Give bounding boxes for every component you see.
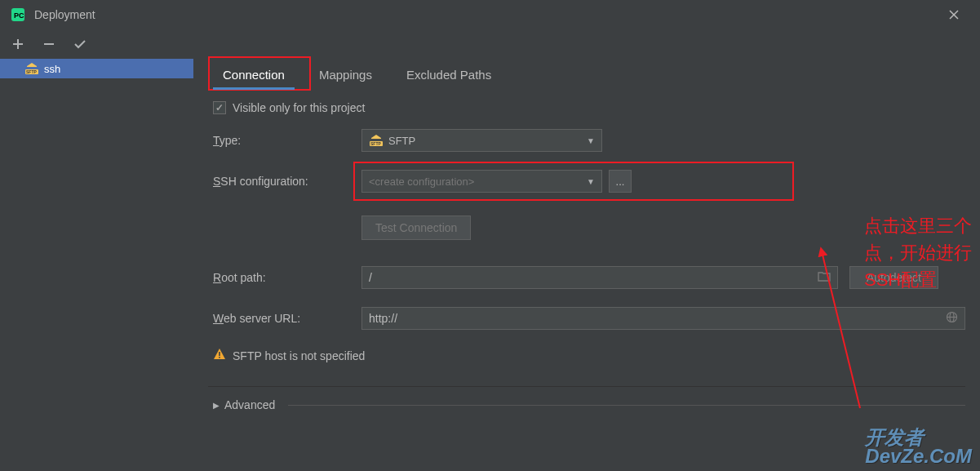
ssh-config-more-button[interactable]: ... <box>609 170 632 193</box>
folder-icon[interactable] <box>818 271 831 284</box>
toolbar <box>0 29 980 59</box>
window-title: Deployment <box>34 8 95 21</box>
sidebar-item-label: ssh <box>44 63 60 75</box>
globe-icon[interactable] <box>946 311 958 326</box>
sftp-icon: SFTP <box>24 62 39 75</box>
ssh-config-row: SSH configuration: <create configuration… <box>213 170 965 193</box>
svg-marker-10 <box>371 135 381 139</box>
form-body: Visible only for this project Type: SFTP… <box>208 90 965 411</box>
sidebar-item-ssh[interactable]: SFTP ssh <box>0 59 193 78</box>
title-bar: PC Deployment <box>0 0 980 29</box>
remove-button[interactable] <box>41 36 57 52</box>
visible-only-checkbox[interactable] <box>213 101 226 114</box>
web-url-row: Web server URL: http:// <box>213 307 965 330</box>
close-icon <box>949 10 959 20</box>
svg-marker-7 <box>27 63 37 67</box>
type-label: Type: <box>213 134 361 147</box>
visible-only-label: Visible only for this project <box>233 101 365 114</box>
default-button[interactable] <box>72 36 88 52</box>
tabs: Connection Mappings Excluded Paths <box>208 59 965 90</box>
ssh-config-select[interactable]: <create configuration> ▼ <box>361 170 602 193</box>
type-row: Type: SFTP SFTP ▼ <box>213 129 965 152</box>
svg-rect-17 <box>219 352 220 356</box>
ssh-config-label: SSH configuration: <box>213 175 361 188</box>
add-button[interactable] <box>10 36 26 52</box>
type-select[interactable]: SFTP SFTP ▼ <box>361 129 602 152</box>
warning-text: SFTP host is not specified <box>233 349 365 362</box>
ssh-config-placeholder: <create configuration> <box>369 176 474 188</box>
chevron-down-icon: ▼ <box>587 136 595 145</box>
web-url-value: http:// <box>369 312 397 325</box>
pycharm-icon: PC <box>10 7 26 23</box>
content: Connection Mappings Excluded Paths Visib… <box>193 59 980 471</box>
type-value: SFTP <box>388 135 415 147</box>
main-area: SFTP ssh Connection Mappings Excluded Pa… <box>0 59 980 471</box>
root-path-row: Root path: / Autodetect <box>213 266 965 289</box>
tab-mappings[interactable]: Mappings <box>309 61 382 88</box>
svg-rect-18 <box>219 357 220 358</box>
sftp-icon: SFTP <box>369 134 384 147</box>
chevron-down-icon: ▼ <box>587 177 595 186</box>
warning-row: SFTP host is not specified <box>213 348 965 363</box>
close-button[interactable] <box>938 2 970 27</box>
web-url-label: Web server URL: <box>213 312 361 325</box>
warning-icon <box>213 348 226 363</box>
chevron-right-icon: ▶ <box>213 401 220 410</box>
sidebar: SFTP ssh <box>0 59 193 471</box>
root-path-input[interactable]: / <box>361 266 838 289</box>
svg-text:PC: PC <box>14 11 24 20</box>
annotation-text: 点击这里三个点，开始进行 SSH配置 <box>864 212 980 293</box>
svg-text:SFTP: SFTP <box>26 69 37 74</box>
watermark: 开发者 DevZe.CoM <box>865 429 972 466</box>
advanced-label: Advanced <box>224 398 275 411</box>
svg-text:SFTP: SFTP <box>370 141 381 146</box>
test-connection-button[interactable]: Test Connection <box>361 216 471 240</box>
advanced-toggle[interactable]: ▶ Advanced <box>208 386 965 411</box>
tab-connection[interactable]: Connection <box>213 61 295 88</box>
root-path-value: / <box>369 271 372 284</box>
visible-only-row: Visible only for this project <box>213 101 965 114</box>
web-url-input[interactable]: http:// <box>361 307 965 330</box>
tab-excluded-paths[interactable]: Excluded Paths <box>397 61 501 88</box>
root-path-label: Root path: <box>213 271 361 284</box>
test-connection-row: Test Connection <box>213 216 965 240</box>
